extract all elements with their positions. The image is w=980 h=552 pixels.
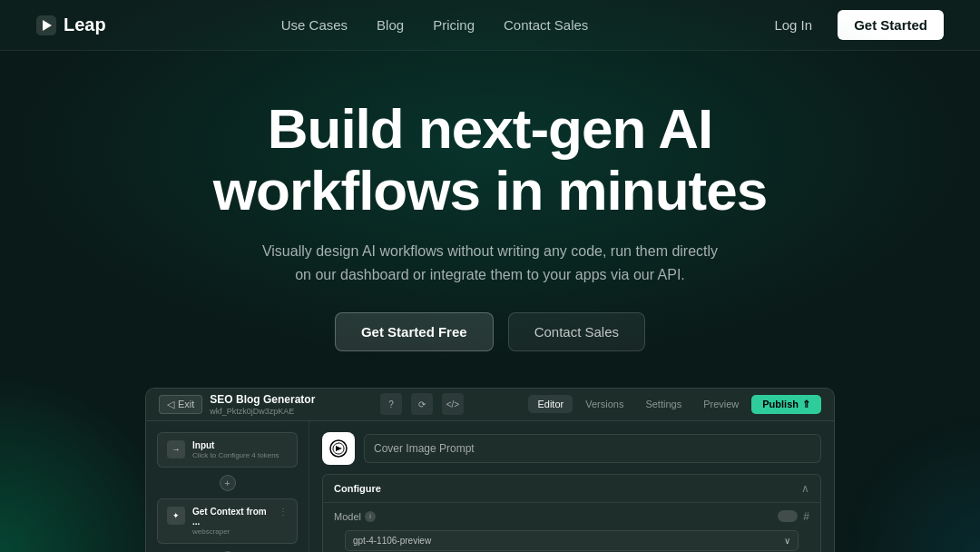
nav-link-blog[interactable]: Blog <box>377 17 404 33</box>
history-button[interactable]: ⟳ <box>411 393 433 415</box>
step-2-title: Get Context from ... <box>192 507 271 527</box>
step-2-more[interactable]: ⋮ <box>279 507 288 517</box>
step-1-desc: Click to Configure 4 tokens <box>192 451 288 459</box>
help-button[interactable]: ? <box>380 393 402 415</box>
tab-preview[interactable]: Preview <box>694 395 748 413</box>
tab-versions[interactable]: Versions <box>576 395 632 413</box>
dash-topbar-center: ? ⟳ </> <box>380 393 464 415</box>
get-started-free-button[interactable]: Get Started Free <box>335 312 494 351</box>
workflow-step-2[interactable]: ✦ Get Context from ... webscraper ⋮ <box>157 498 298 544</box>
svg-marker-3 <box>336 446 342 451</box>
model-toggle-row: # <box>778 510 809 523</box>
logo[interactable]: Leap <box>36 15 106 35</box>
tab-editor[interactable]: Editor <box>528 395 573 413</box>
model-toggle[interactable] <box>778 510 798 522</box>
config-header: Cover Image Prompt <box>322 432 821 465</box>
login-button[interactable]: Log In <box>763 12 823 38</box>
nav-actions: Log In Get Started <box>763 10 944 40</box>
navigation: Leap Use Cases Blog Pricing Contact Sale… <box>0 0 980 51</box>
model-row: Model i # <box>323 503 820 530</box>
contact-sales-button[interactable]: Contact Sales <box>508 312 645 351</box>
config-title-text: Cover Image Prompt <box>374 442 475 455</box>
add-step-1-button[interactable]: + <box>220 475 236 491</box>
nav-links: Use Cases Blog Pricing Contact Sales <box>281 17 589 33</box>
dashboard-preview: ◁ Exit SEO Blog Generator wkf_Pktzk0jDw3… <box>145 388 835 552</box>
step-2-icon: ✦ <box>167 507 185 525</box>
hero-buttons: Get Started Free Contact Sales <box>335 312 645 351</box>
nav-link-pricing[interactable]: Pricing <box>433 17 475 33</box>
nav-link-contact-sales[interactable]: Contact Sales <box>504 17 588 33</box>
model-info-icon: i <box>365 511 376 522</box>
exit-arrow-icon: ◁ <box>167 399 174 410</box>
model-select-value: gpt-4-1106-preview <box>353 536 431 546</box>
hero-subtitle: Visually design AI workflows without wri… <box>254 240 726 286</box>
model-hash-icon: # <box>803 510 809 523</box>
exit-button[interactable]: ◁ Exit <box>159 395 202 414</box>
model-select-row: gpt-4-1106-preview ∨ <box>323 530 820 552</box>
step-2-info: Get Context from ... webscraper <box>192 507 271 536</box>
dashboard-window: ◁ Exit SEO Blog Generator wkf_Pktzk0jDw3… <box>145 388 835 552</box>
dash-topbar-left: ◁ Exit SEO Blog Generator wkf_Pktzk0jDw3… <box>159 393 315 416</box>
tab-settings[interactable]: Settings <box>636 395 691 413</box>
get-started-nav-button[interactable]: Get Started <box>838 10 944 40</box>
configure-label: Configure <box>334 483 381 494</box>
model-label: Model i <box>334 511 376 522</box>
config-title-input[interactable]: Cover Image Prompt <box>364 434 821 463</box>
step-2-badge: webscraper <box>192 527 271 536</box>
workflow-panel: → Input Click to Configure 4 tokens + ✦ <box>146 421 309 552</box>
dashboard-subtitle: wkf_Pktzk0jDw3zpKAE <box>210 407 315 416</box>
nav-link-use-cases[interactable]: Use Cases <box>281 17 348 33</box>
logo-text: Leap <box>64 15 106 35</box>
openai-icon <box>322 432 355 465</box>
model-select[interactable]: gpt-4-1106-preview ∨ <box>345 530 799 551</box>
step-connector-2: + <box>157 549 298 552</box>
dashboard-title: SEO Blog Generator <box>210 393 315 406</box>
config-section: Configure ∧ Model i # <box>322 474 821 552</box>
config-panel: Cover Image Prompt Configure ∧ Model i <box>309 421 834 552</box>
config-chevron-icon: ∧ <box>801 482 809 495</box>
step-1-title: Input <box>192 440 288 450</box>
dashboard-body: → Input Click to Configure 4 tokens + ✦ <box>146 421 834 552</box>
dashboard-topbar: ◁ Exit SEO Blog Generator wkf_Pktzk0jDw3… <box>146 389 834 421</box>
step-1-icon: → <box>167 440 185 458</box>
dash-topbar-right: Editor Versions Settings Preview Publish… <box>528 395 821 414</box>
config-section-header[interactable]: Configure ∧ <box>323 475 820 503</box>
step-1-info: Input Click to Configure 4 tokens <box>192 440 288 459</box>
code-button[interactable]: </> <box>442 393 464 415</box>
logo-icon <box>36 15 56 35</box>
publish-button[interactable]: Publish ⇑ <box>751 395 821 414</box>
publish-icon: ⇑ <box>802 399 810 410</box>
hero-section: Build next-gen AI workflows in minutes V… <box>0 51 980 552</box>
hero-title: Build next-gen AI workflows in minutes <box>213 98 767 222</box>
model-select-chevron: ∨ <box>784 536 790 546</box>
step-connector-1: + <box>157 473 298 493</box>
workflow-step-1[interactable]: → Input Click to Configure 4 tokens <box>157 432 298 468</box>
dash-title-section: SEO Blog Generator wkf_Pktzk0jDw3zpKAE <box>210 393 315 416</box>
